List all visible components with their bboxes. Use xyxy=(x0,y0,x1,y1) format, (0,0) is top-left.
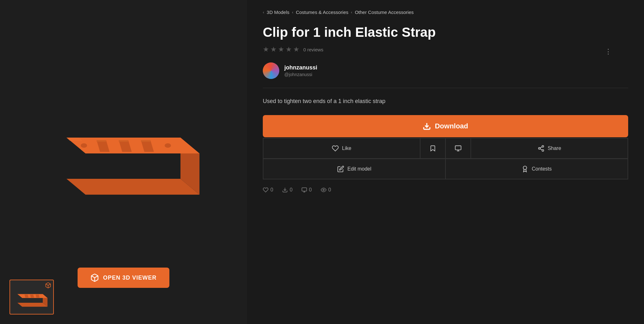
action-grid-bottom: Edit model Contests xyxy=(263,159,628,179)
downloads-count: 0 xyxy=(290,187,293,193)
svg-marker-4 xyxy=(97,140,106,142)
thumbnail-cube-icon xyxy=(45,282,51,290)
bookmark-icon xyxy=(429,145,436,152)
breadcrumb-chevron-2: ‹ xyxy=(292,10,293,15)
reviews-count: 0 reviews xyxy=(303,47,323,52)
breadcrumb-label-other: Other Costume Accessories xyxy=(355,10,414,15)
eye-stat-icon xyxy=(321,187,326,193)
breadcrumb-chevron-1: ‹ xyxy=(263,10,264,15)
svg-marker-0 xyxy=(66,179,199,195)
cube-icon xyxy=(90,273,99,282)
star-rating: ★ ★ ★ ★ ★ xyxy=(263,45,300,54)
svg-marker-6 xyxy=(119,140,128,142)
downloads-stat: 0 xyxy=(282,187,293,193)
author-avatar[interactable] xyxy=(263,62,279,79)
thumbnail-svg xyxy=(14,285,49,309)
open-viewer-label: OPEN 3D VIEWER xyxy=(103,275,156,281)
breadcrumb-costumes[interactable]: ‹ Costumes & Accessories xyxy=(292,10,348,15)
svg-point-26 xyxy=(542,150,544,152)
embed-button[interactable] xyxy=(445,138,471,159)
remixes-count: 0 xyxy=(309,187,312,193)
svg-point-29 xyxy=(523,166,527,170)
trophy-icon xyxy=(521,165,528,172)
like-label: Like xyxy=(342,146,351,151)
download-stat-icon xyxy=(282,187,288,193)
svg-marker-8 xyxy=(141,140,150,142)
edit-model-button[interactable]: Edit model xyxy=(263,159,445,179)
author-handle: @johnzanussi xyxy=(284,72,317,77)
rating-row: ★ ★ ★ ★ ★ 0 reviews xyxy=(263,45,628,54)
cube-small-icon xyxy=(45,282,51,288)
model-description: Used to tighten two ends of a 1 inch ela… xyxy=(263,97,628,106)
remixes-stat: 0 xyxy=(301,187,312,193)
author-row: johnzanussi @johnzanussi xyxy=(263,62,628,88)
star-2: ★ xyxy=(270,45,277,54)
share-button[interactable]: Share xyxy=(471,138,628,159)
model-info-panel: ‹ 3D Models ‹ Costumes & Accessories ‹ O… xyxy=(247,0,644,324)
svg-rect-31 xyxy=(302,188,306,191)
thumbnail-item[interactable] xyxy=(9,280,54,314)
star-3: ★ xyxy=(278,45,284,54)
share-icon xyxy=(538,145,545,152)
bookmark-button[interactable] xyxy=(420,138,445,159)
heart-stat-icon xyxy=(263,187,268,193)
model-viewer-panel: OPEN 3D VIEWER xyxy=(0,0,247,324)
views-count: 0 xyxy=(328,187,331,193)
breadcrumb-label-costumes: Costumes & Accessories xyxy=(296,10,348,15)
avatar-image xyxy=(263,62,279,79)
contests-button[interactable]: Contests xyxy=(445,159,628,179)
svg-point-24 xyxy=(542,146,544,147)
thumbnail-strip xyxy=(9,280,54,314)
star-5: ★ xyxy=(293,45,300,54)
author-info: johnzanussi @johnzanussi xyxy=(284,64,317,77)
views-stat: 0 xyxy=(321,187,331,193)
heart-icon xyxy=(332,145,339,152)
share-label: Share xyxy=(548,146,561,151)
embed-icon xyxy=(455,145,462,152)
star-4: ★ xyxy=(286,45,292,54)
like-button[interactable]: Like xyxy=(263,138,420,159)
model-title: Clip for 1 inch Elastic Strap xyxy=(263,24,478,40)
stats-row: 0 0 0 xyxy=(263,187,628,193)
svg-rect-21 xyxy=(455,146,461,150)
star-1: ★ xyxy=(263,45,269,54)
breadcrumb-chevron-3: ‹ xyxy=(351,10,352,15)
remix-stat-icon xyxy=(301,187,307,193)
download-button[interactable]: Download xyxy=(263,115,628,137)
model-3d-svg xyxy=(47,96,199,204)
contests-label: Contests xyxy=(532,166,552,172)
likes-stat: 0 xyxy=(263,187,273,193)
breadcrumb-other-costume[interactable]: ‹ Other Costume Accessories xyxy=(351,10,414,15)
svg-point-10 xyxy=(165,143,171,148)
svg-line-27 xyxy=(540,149,542,150)
author-name[interactable]: johnzanussi xyxy=(284,64,317,71)
breadcrumb: ‹ 3D Models ‹ Costumes & Accessories ‹ O… xyxy=(263,10,628,15)
breadcrumb-label-3d-models: 3D Models xyxy=(267,10,289,15)
edit-model-label: Edit model xyxy=(347,166,371,172)
svg-line-28 xyxy=(540,147,542,148)
more-options-button[interactable]: ⋮ xyxy=(605,48,612,56)
3d-model-display xyxy=(0,36,247,264)
action-grid: Like xyxy=(263,138,628,159)
svg-point-34 xyxy=(323,189,324,191)
download-icon xyxy=(423,122,431,130)
edit-icon xyxy=(337,165,344,172)
download-label: Download xyxy=(435,122,468,130)
open-3d-viewer-button[interactable]: OPEN 3D VIEWER xyxy=(78,268,169,288)
svg-marker-14 xyxy=(17,303,47,307)
breadcrumb-3d-models[interactable]: ‹ 3D Models xyxy=(263,10,289,15)
likes-count: 0 xyxy=(270,187,273,193)
svg-point-9 xyxy=(81,143,87,148)
svg-point-25 xyxy=(538,148,540,150)
